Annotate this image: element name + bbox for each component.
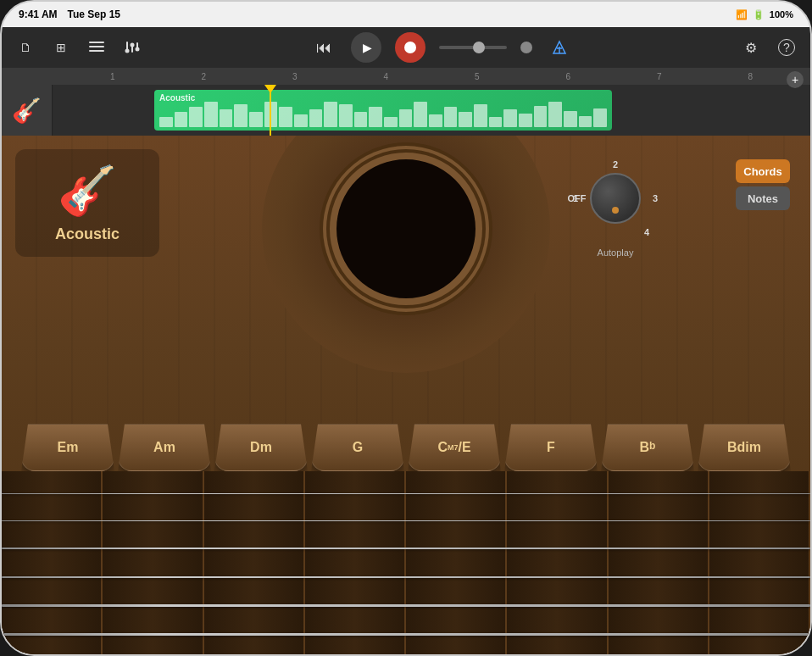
song-settings-button[interactable]: ⚙ bbox=[737, 34, 765, 61]
status-left: 9:41 AM Tue Sep 15 bbox=[19, 8, 120, 20]
ruler-mark-8: 8 bbox=[748, 72, 753, 81]
playhead bbox=[270, 85, 271, 136]
ruler-mark-5: 5 bbox=[475, 72, 480, 81]
autoplay-knob-area[interactable]: OFF 1 2 3 4 bbox=[573, 156, 658, 241]
svg-rect-2 bbox=[89, 50, 104, 52]
ruler-mark-1: 1 bbox=[110, 72, 115, 81]
chords-row: Em Am Dm G CM7/E F Bb Bdim bbox=[2, 424, 810, 471]
svg-rect-1 bbox=[89, 46, 104, 47]
autoplay-2-label: 2 bbox=[613, 159, 618, 170]
svg-point-7 bbox=[131, 43, 135, 47]
track-region-waves bbox=[159, 102, 607, 127]
ruler-marks: 1 2 3 4 5 6 7 8 bbox=[59, 72, 804, 81]
fretboard[interactable] bbox=[2, 471, 810, 656]
chord-em[interactable]: Em bbox=[21, 424, 114, 471]
autoplay-label: Autoplay bbox=[598, 247, 634, 258]
instrument-area: 🎸 Acoustic OFF 1 2 3 4 Autoplay Chords bbox=[2, 136, 810, 656]
autoplay-knob[interactable] bbox=[590, 173, 641, 224]
ruler-mark-2: 2 bbox=[201, 72, 206, 81]
play-button[interactable]: ▶ bbox=[351, 32, 381, 63]
autoplay-section: OFF 1 2 3 4 Autoplay bbox=[573, 156, 658, 258]
status-time: 9:41 AM bbox=[19, 8, 58, 20]
timeline-area: 1 2 3 4 5 6 7 8 + 🎸 bbox=[2, 68, 810, 136]
record-button[interactable] bbox=[395, 32, 425, 63]
track-content[interactable]: Acoustic bbox=[53, 85, 810, 136]
toolbar: 🗋 ⊞ bbox=[2, 27, 810, 68]
metronome-icon bbox=[552, 40, 567, 55]
tempo-handle bbox=[473, 42, 485, 53]
new-song-icon: 🗋 bbox=[19, 41, 31, 54]
play-icon: ▶ bbox=[363, 41, 372, 54]
tracks-icon bbox=[89, 42, 104, 53]
track-region[interactable]: Acoustic bbox=[154, 90, 612, 131]
metronome-button[interactable] bbox=[546, 34, 573, 61]
timeline-ruler: 1 2 3 4 5 6 7 8 + bbox=[2, 68, 810, 85]
playhead-triangle bbox=[264, 85, 276, 93]
svg-rect-0 bbox=[89, 42, 104, 43]
new-song-button[interactable]: 🗋 bbox=[12, 34, 39, 61]
chord-g[interactable]: G bbox=[311, 424, 404, 471]
status-bar: 9:41 AM Tue Sep 15 📶 🔋 100% bbox=[2, 2, 810, 27]
track-row: 🎸 Acoustic bbox=[2, 85, 810, 136]
string-5 bbox=[2, 604, 810, 607]
view-icon: ⊞ bbox=[56, 41, 66, 54]
autoplay-3-label: 3 bbox=[653, 193, 658, 203]
ruler-mark-3: 3 bbox=[292, 72, 298, 81]
string-4 bbox=[2, 576, 810, 578]
chord-f[interactable]: F bbox=[504, 424, 598, 471]
chord-am[interactable]: Am bbox=[118, 424, 211, 471]
guitar-track-icon: 🎸 bbox=[12, 97, 42, 125]
record-icon bbox=[404, 42, 416, 53]
acoustic-guitar-icon: 🎸 bbox=[58, 163, 117, 219]
instrument-name: Acoustic bbox=[55, 225, 120, 243]
status-right: 📶 🔋 100% bbox=[736, 9, 793, 20]
string-6 bbox=[2, 633, 810, 636]
chords-button[interactable]: Chords bbox=[736, 159, 790, 183]
chord-dm[interactable]: Dm bbox=[214, 424, 308, 471]
battery-icon: 🔋 bbox=[753, 9, 765, 20]
svg-point-6 bbox=[125, 49, 130, 53]
tempo-slider[interactable] bbox=[439, 46, 507, 49]
autoplay-1-label: 1 bbox=[573, 193, 578, 203]
sound-hole bbox=[330, 153, 482, 305]
autoplay-4-label: 4 bbox=[644, 227, 649, 237]
instrument-panel[interactable]: 🎸 Acoustic bbox=[15, 149, 159, 257]
chord-bdim[interactable]: Bdim bbox=[698, 424, 791, 471]
knob-indicator bbox=[612, 207, 619, 214]
toolbar-center: ⏮ ▶ bbox=[153, 32, 731, 63]
device-frame: 9:41 AM Tue Sep 15 📶 🔋 100% 🗋 ⊞ bbox=[0, 0, 812, 656]
notes-button[interactable]: Notes bbox=[736, 186, 790, 210]
mixer-button[interactable] bbox=[119, 34, 146, 61]
ruler-mark-6: 6 bbox=[565, 72, 570, 81]
battery-level: 100% bbox=[770, 9, 793, 19]
help-icon: ? bbox=[778, 39, 795, 56]
track-icon-cell[interactable]: 🎸 bbox=[2, 85, 53, 136]
chord-notes-buttons: Chords Notes bbox=[736, 159, 790, 210]
help-button[interactable]: ? bbox=[773, 34, 800, 61]
rewind-button[interactable]: ⏮ bbox=[310, 34, 337, 61]
tempo-dot bbox=[520, 42, 532, 53]
string-1 bbox=[2, 493, 810, 494]
status-date: Tue Sep 15 bbox=[68, 8, 120, 20]
view-toggle-button[interactable]: ⊞ bbox=[47, 34, 75, 61]
strings-container bbox=[2, 471, 810, 656]
rewind-icon: ⏮ bbox=[316, 39, 331, 57]
svg-point-8 bbox=[136, 47, 140, 52]
chord-cm7e[interactable]: CM7/E bbox=[408, 424, 501, 471]
string-2 bbox=[2, 520, 810, 521]
string-3 bbox=[2, 548, 810, 549]
wifi-icon: 📶 bbox=[736, 9, 748, 20]
mixer-icon bbox=[125, 42, 140, 53]
chord-bb[interactable]: Bb bbox=[601, 424, 694, 471]
ruler-mark-4: 4 bbox=[383, 72, 388, 81]
tracks-button[interactable] bbox=[83, 34, 110, 61]
ruler-mark-7: 7 bbox=[657, 72, 662, 81]
toolbar-left: 🗋 ⊞ bbox=[12, 34, 146, 61]
song-settings-icon: ⚙ bbox=[745, 40, 757, 56]
toolbar-right: ⚙ ? bbox=[737, 34, 800, 61]
